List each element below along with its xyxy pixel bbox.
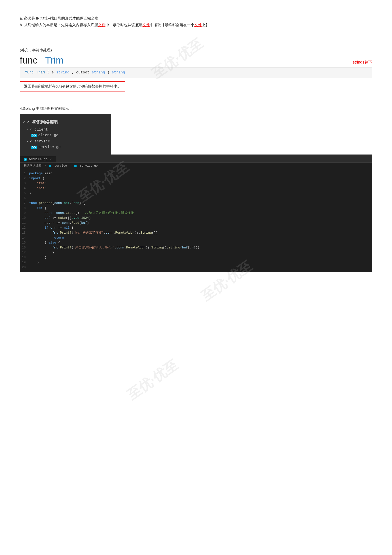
line-content: "net"	[29, 186, 46, 191]
line-number: 3	[20, 181, 29, 186]
line-b-red3: 文件	[194, 23, 202, 27]
section-4-label: 4.Golang 中网络编程案例演示：	[20, 106, 372, 111]
chevron-icon-root: ✓	[23, 120, 25, 124]
func-trim-title: func Trim	[20, 55, 63, 66]
supplement-label: (补充，字符串处理)	[20, 48, 372, 53]
editor-tab-bar: ∞ service.go ✕	[20, 155, 372, 163]
code-line: 15 } else {	[20, 240, 372, 245]
sig-cutset: cutset	[76, 70, 89, 75]
code-area: 1package main2import (3 "fmt"4 "net"5)67…	[20, 169, 372, 272]
line-content: package main	[29, 171, 52, 176]
tree-client-label: ✓ client	[30, 127, 48, 132]
code-line: 5)	[20, 191, 372, 196]
tree-client-go-label: client.go	[38, 133, 58, 137]
line-b-red2: 文件	[143, 23, 150, 27]
tree-row-client-go: GO client.go	[20, 133, 111, 138]
code-line: 10 buf := make([]byte,1024)	[20, 216, 372, 221]
line-number: 18	[20, 255, 29, 260]
line-number: 11	[20, 221, 29, 225]
line-content: n,err := conn.Read(buf)	[29, 221, 89, 225]
line-content: } else {	[29, 240, 60, 245]
line-b-red1: 文件	[98, 23, 105, 27]
tab-close-button[interactable]: ✕	[50, 157, 52, 161]
func-keyword: func	[20, 55, 38, 66]
func-signature-box: func Trim ( s string , cutset string ) s…	[20, 67, 372, 78]
line-number: 6	[20, 196, 29, 201]
tree-row-service-go: GO service.go	[20, 144, 111, 150]
line-content: return	[29, 235, 64, 240]
chevron-icon-service: ✓	[27, 139, 29, 143]
line-number: 16	[20, 245, 29, 250]
func-description: 返回将s前后端所有cutset包含的utf-8码值都去掉的字符串。	[24, 84, 121, 88]
line-number: 14	[20, 235, 29, 240]
section-ab: a. 必须是 IP 地址+端口号的形式才能保证完全唯一 b. 从终端输入的本质是…	[20, 15, 372, 28]
line-number: 17	[20, 250, 29, 255]
chevron-icon-client: ✓	[27, 128, 29, 132]
code-line: 2import (	[20, 176, 372, 181]
line-number: 2	[20, 176, 29, 181]
line-number: 13	[20, 230, 29, 235]
tree-row-root: ✓ ✓ 初识网络编程	[20, 118, 111, 126]
line-content: buf := make([]byte,1024)	[29, 216, 91, 221]
breadcrumb-part1: 初识网络编程	[24, 164, 41, 168]
line-content: fmt.Printf("%v用户退出了连接",conn.RemoteAddr()…	[29, 230, 158, 235]
line-content: }	[29, 255, 46, 260]
line-number: 10	[20, 216, 29, 221]
code-line: 18 }	[20, 255, 372, 260]
line-number: 4	[20, 186, 29, 191]
tree-row-service: ✓ ✓ service	[20, 138, 111, 144]
line-content: for {	[29, 206, 46, 211]
line-content: }	[29, 260, 39, 265]
code-line: 20	[20, 265, 372, 270]
line-content: }	[29, 250, 54, 255]
line-b-prefix: b. 从终端输入的本质是：先将输入内容存入底层	[20, 23, 98, 27]
tree-service-label: ✓ service	[30, 139, 50, 144]
code-line: 17 }	[20, 250, 372, 255]
line-a: a. 必须是 IP 地址+端口号的形式才能保证完全唯一	[20, 15, 372, 22]
sig-name: Trim	[36, 70, 45, 75]
tab-label: service.go	[28, 157, 47, 161]
code-line: 8 for {	[20, 206, 372, 211]
sig-func: func	[25, 70, 34, 75]
breadcrumb-sep1: >	[44, 164, 46, 168]
code-line: 12 if err != nil {	[20, 225, 372, 230]
sig-s-type: string	[56, 70, 69, 75]
line-b: b. 从终端输入的本质是：先将输入内容存入底层文件中，读取时也从该底层文件中读取…	[20, 22, 372, 28]
line-number: 5	[20, 191, 29, 196]
breadcrumb-go-badge: ∞	[49, 165, 51, 167]
tree-root-label: ✓ 初识网络编程	[27, 119, 59, 125]
code-line: 13 fmt.Printf("%v用户退出了连接",conn.RemoteAdd…	[20, 230, 372, 235]
line-content: "fmt"	[29, 181, 46, 186]
editor-tab-service[interactable]: ∞ service.go ✕	[20, 156, 56, 162]
code-line: 1package main	[20, 171, 372, 176]
sig-return-type: string	[112, 70, 125, 75]
code-line: 16 fmt.Printf("来自客户%v的输入：%v\n",conn.Remo…	[20, 245, 372, 250]
tree-row-client: ✓ ✓ client	[20, 126, 111, 133]
code-line: 4 "net"	[20, 186, 372, 191]
file-tree: ✓ ✓ 初识网络编程 ✓ ✓ client GO client.go ✓ ✓ s…	[20, 114, 111, 155]
code-line: 3 "fmt"	[20, 181, 372, 186]
line-b-mid2: 中读取【最终都会落在一个	[150, 23, 194, 27]
line-content: )	[29, 191, 31, 196]
line-b-suffix: 上】	[202, 23, 209, 27]
tab-go-badge: ∞	[24, 158, 27, 161]
line-number: 20	[20, 265, 29, 270]
func-name: Trim	[45, 55, 64, 66]
strings-label: strings包下	[353, 60, 372, 65]
line-number: 7	[20, 201, 29, 206]
sig-s: s	[52, 70, 54, 75]
breadcrumb-sep2: >	[70, 164, 71, 168]
line-content: defer conn.Close() //结束后必须关闭连接，释放连接	[29, 211, 134, 216]
line-a-text: 必须是 IP 地址+端口号的形式才能保证完全唯一	[24, 16, 102, 20]
code-line: 6	[20, 196, 372, 201]
breadcrumb-part2: service	[55, 164, 67, 168]
breadcrumb-go-badge2: ∞	[74, 165, 77, 167]
editor-container: ∞ service.go ✕ 初识网络编程 > ∞ service > ∞ se…	[20, 155, 372, 272]
func-desc-box: 返回将s前后端所有cutset包含的utf-8码值都去掉的字符串。	[20, 81, 125, 91]
line-content: fmt.Printf("来自客户%v的输入：%v\n",conn.RemoteA…	[29, 245, 199, 250]
line-a-prefix: a.	[20, 16, 24, 20]
sig-cutset-type: string	[92, 70, 105, 75]
line-content: if err != nil {	[29, 225, 73, 230]
go-badge-client: GO	[31, 134, 37, 137]
go-badge-service: GO	[31, 146, 37, 149]
